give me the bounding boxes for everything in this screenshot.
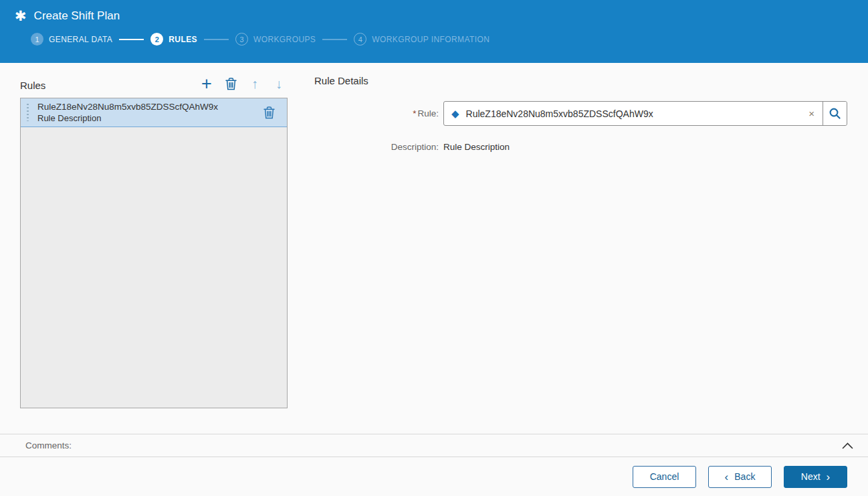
content-area: Rules + ↑ ↓ — [0, 63, 868, 434]
delete-rule-row-button[interactable] — [260, 104, 278, 121]
next-button[interactable]: Next › — [784, 466, 847, 488]
description-value: Rule Description — [443, 142, 510, 152]
rules-list-title: Rules — [20, 80, 45, 92]
comments-label: Comments: — [25, 440, 72, 450]
next-label: Next — [801, 471, 821, 482]
rule-search-button[interactable] — [823, 102, 847, 125]
rules-list: RuleZ18eNv28Nu8m5xvb85ZDSScfQAhW9x Rule … — [20, 98, 288, 408]
step-workgroups[interactable]: 3 WORKGROUPS — [235, 33, 316, 46]
rule-field-row: *Rule: ◆ RuleZ18eNv28Nu8m5xvb85ZDSScfQAh… — [314, 101, 847, 126]
plus-icon: + — [201, 76, 212, 92]
wizard-header: ✱ Create Shift Plan 1 GENERAL DATA 2 RUL… — [0, 0, 868, 63]
description-row: Description: Rule Description — [314, 142, 847, 152]
step-general-data[interactable]: 1 GENERAL DATA — [31, 33, 112, 46]
add-rule-button[interactable]: + — [198, 75, 215, 92]
clear-rule-button[interactable]: × — [800, 102, 823, 125]
step-label: GENERAL DATA — [49, 35, 112, 44]
back-label: Back — [734, 471, 755, 482]
move-down-button[interactable]: ↓ — [270, 75, 288, 92]
back-button[interactable]: ‹ Back — [708, 466, 772, 488]
close-icon: × — [808, 108, 815, 119]
rule-item-texts: RuleZ18eNv28Nu8m5xvb85ZDSScfQAhW9x Rule … — [37, 101, 260, 124]
rule-item-description: Rule Description — [37, 112, 260, 124]
chevron-left-icon: ‹ — [725, 471, 729, 483]
rule-list-item-selected[interactable]: RuleZ18eNv28Nu8m5xvb85ZDSScfQAhW9x Rule … — [21, 98, 287, 127]
arrow-up-icon: ↑ — [251, 77, 258, 90]
rule-field-label: *Rule: — [314, 108, 443, 118]
description-label: Description: — [314, 142, 443, 152]
drag-handle-icon[interactable] — [27, 104, 29, 121]
trash-icon — [263, 106, 276, 120]
rules-toolbar: + ↑ ↓ — [198, 75, 288, 92]
rules-panel: Rules + ↑ ↓ — [20, 68, 288, 408]
rule-diamond-icon: ◆ — [451, 108, 459, 118]
step-label: RULES — [169, 35, 197, 44]
arrow-down-icon: ↓ — [276, 77, 282, 90]
cancel-label: Cancel — [650, 471, 679, 482]
rule-lookup-input[interactable]: ◆ RuleZ18eNv28Nu8m5xvb85ZDSScfQAhW9x — [444, 102, 800, 125]
step-label: WORKGROUPS — [253, 35, 316, 44]
step-number: 4 — [354, 33, 366, 46]
rule-details-panel: Rule Details *Rule: ◆ RuleZ18eNv28Nu8m5x… — [314, 75, 847, 152]
wizard-footer: Cancel ‹ Back Next › — [0, 457, 868, 496]
rule-field-value: RuleZ18eNv28Nu8m5xvb85ZDSScfQAhW9x — [466, 108, 653, 119]
move-up-button[interactable]: ↑ — [246, 75, 263, 92]
rule-lookup-input-group: ◆ RuleZ18eNv28Nu8m5xvb85ZDSScfQAhW9x × — [443, 101, 847, 126]
chevron-right-icon: › — [827, 471, 831, 483]
title-row: ✱ Create Shift Plan — [0, 0, 868, 23]
step-connector — [204, 39, 229, 40]
step-number: 2 — [150, 33, 163, 46]
rules-panel-header: Rules + ↑ ↓ — [20, 68, 288, 92]
step-workgroup-information[interactable]: 4 WORKGROUP INFORMATION — [354, 33, 490, 46]
page-title: Create Shift Plan — [34, 9, 120, 23]
rule-details-title: Rule Details — [314, 75, 847, 86]
step-number: 3 — [235, 33, 248, 46]
step-number: 1 — [31, 33, 43, 46]
step-connector — [322, 39, 347, 40]
delete-rule-button[interactable] — [222, 75, 239, 92]
comments-section[interactable]: Comments: — [0, 434, 868, 457]
comments-collapse-button[interactable] — [842, 442, 853, 449]
trash-icon — [225, 77, 237, 91]
step-connector — [119, 39, 144, 40]
search-icon — [829, 107, 841, 120]
asterisk-icon: ✱ — [15, 9, 27, 23]
chevron-up-icon — [842, 442, 853, 449]
cancel-button[interactable]: Cancel — [633, 466, 696, 488]
rule-item-name: RuleZ18eNv28Nu8m5xvb85ZDSScfQAhW9x — [37, 101, 260, 112]
wizard-stepper: 1 GENERAL DATA 2 RULES 3 WORKGROUPS 4 WO… — [31, 33, 868, 46]
required-marker: * — [413, 108, 416, 118]
step-label: WORKGROUP INFORMATION — [372, 35, 490, 44]
step-rules[interactable]: 2 RULES — [150, 33, 197, 46]
rule-label-text: Rule: — [417, 108, 439, 118]
